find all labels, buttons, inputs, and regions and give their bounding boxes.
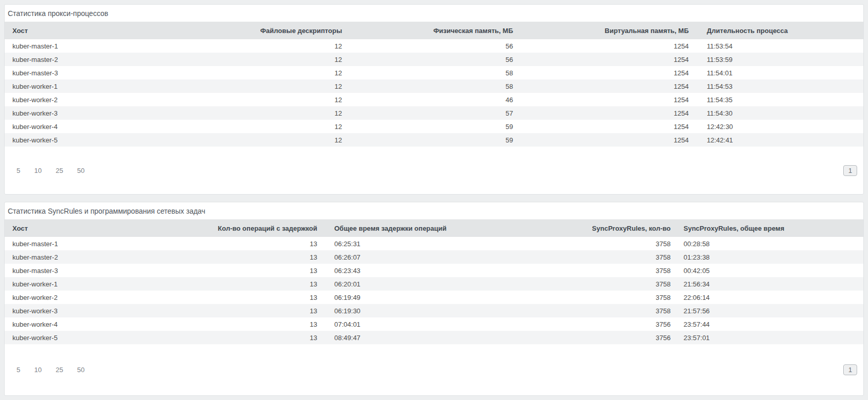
cell-value: 11:53:54: [693, 39, 863, 53]
panel-title: Статистика прокси-процессов: [5, 5, 863, 22]
cell-value: 11:54:35: [693, 93, 863, 106]
table-row: kuber-master-11306:25:31375800:28:58: [5, 237, 863, 250]
cell-value: 1254: [517, 120, 693, 133]
cell-value: 3758: [533, 277, 675, 291]
table-row: kuber-worker-41307:04:01375623:57:44: [5, 317, 863, 331]
cell-value: 12: [232, 120, 346, 133]
cell-value: 12: [232, 39, 346, 53]
page-size-option[interactable]: 10: [34, 167, 41, 174]
page-size-option[interactable]: 25: [56, 366, 63, 374]
cell-value: 1254: [517, 79, 693, 93]
cell-value: 46: [346, 93, 517, 106]
cell-host: kuber-worker-4: [5, 120, 232, 133]
column-header: Виртуальная память, МБ: [517, 22, 693, 39]
cell-value: 1254: [517, 66, 693, 79]
cell-value: 13: [211, 291, 321, 304]
cell-value: 57: [346, 106, 517, 120]
syncrules-table: ХостКол-во операций с задержкойОбщее вре…: [5, 219, 863, 344]
cell-host: kuber-master-3: [5, 66, 232, 79]
table-row: kuber-master-21256125411:53:59: [5, 53, 863, 66]
cell-value: 3756: [533, 317, 675, 331]
dashboard: Статистика прокси-процессов ХостФайловые…: [0, 0, 868, 400]
cell-host: kuber-worker-2: [5, 291, 211, 304]
proxy-process-table: ХостФайловые дескрипторыФизическая памят…: [5, 22, 863, 147]
page-size-option[interactable]: 10: [34, 366, 41, 374]
table-row: kuber-worker-41259125412:42:30: [5, 120, 863, 133]
column-header: Файловые дескрипторы: [232, 22, 346, 39]
table-row: kuber-worker-31257125411:54:30: [5, 106, 863, 120]
cell-value: 3758: [533, 237, 675, 250]
cell-value: 1254: [517, 106, 693, 120]
table-row: kuber-master-31306:23:43375800:42:05: [5, 264, 863, 277]
cell-value: 07:04:01: [321, 317, 533, 331]
column-header: Общее время задержки операций: [321, 219, 533, 237]
page-size-option[interactable]: 50: [77, 167, 84, 174]
panel-title: Статистика SyncRules и программирования …: [5, 202, 863, 219]
cell-value: 23:57:44: [675, 317, 863, 331]
cell-host: kuber-worker-5: [5, 133, 232, 147]
pagination: 5102550 1: [5, 147, 863, 194]
column-header: Кол-во операций с задержкой: [211, 219, 321, 237]
column-header: Хост: [5, 22, 232, 39]
cell-host: kuber-master-2: [5, 53, 232, 66]
table-row: kuber-worker-11306:20:01375821:56:34: [5, 277, 863, 291]
cell-value: 13: [211, 264, 321, 277]
cell-host: kuber-worker-5: [5, 331, 211, 344]
cell-value: 3758: [533, 291, 675, 304]
cell-value: 13: [211, 277, 321, 291]
cell-value: 13: [211, 237, 321, 250]
pagination: 5102550 1: [5, 344, 863, 395]
page-button[interactable]: 1: [843, 364, 857, 375]
cell-value: 12:42:41: [693, 133, 863, 147]
cell-value: 12: [232, 53, 346, 66]
table-row: kuber-worker-31306:19:30375821:57:56: [5, 304, 863, 317]
panel-syncrules-stats: Статистика SyncRules и программирования …: [4, 202, 864, 396]
cell-value: 1254: [517, 133, 693, 147]
cell-value: 08:49:47: [321, 331, 533, 344]
cell-host: kuber-master-1: [5, 39, 232, 53]
cell-value: 06:20:01: [321, 277, 533, 291]
cell-value: 12: [232, 133, 346, 147]
cell-value: 56: [346, 53, 517, 66]
cell-value: 00:28:58: [675, 237, 863, 250]
cell-value: 21:56:34: [675, 277, 863, 291]
cell-host: kuber-master-3: [5, 264, 211, 277]
cell-value: 12: [232, 93, 346, 106]
page-button[interactable]: 1: [843, 165, 857, 176]
cell-value: 13: [211, 250, 321, 264]
table-row: kuber-worker-21246125411:54:35: [5, 93, 863, 106]
cell-value: 06:19:30: [321, 304, 533, 317]
table-row: kuber-worker-51259125412:42:41: [5, 133, 863, 147]
page-size-list: 5102550: [17, 366, 85, 374]
page-size-option[interactable]: 25: [56, 167, 63, 174]
panel-proxy-process-stats: Статистика прокси-процессов ХостФайловые…: [4, 4, 864, 195]
cell-value: 13: [211, 317, 321, 331]
cell-host: kuber-worker-1: [5, 277, 211, 291]
cell-value: 59: [346, 133, 517, 147]
cell-host: kuber-master-1: [5, 237, 211, 250]
page-size-option[interactable]: 5: [17, 366, 20, 374]
cell-value: 59: [346, 120, 517, 133]
cell-host: kuber-master-2: [5, 250, 211, 264]
cell-host: kuber-worker-3: [5, 304, 211, 317]
column-header: Физическая память, МБ: [346, 22, 517, 39]
page-size-list: 5102550: [17, 167, 85, 174]
page-size-option[interactable]: 50: [77, 366, 84, 374]
cell-value: 12:42:30: [693, 120, 863, 133]
cell-value: 12: [232, 79, 346, 93]
cell-value: 3758: [533, 304, 675, 317]
cell-value: 11:54:01: [693, 66, 863, 79]
cell-value: 00:42:05: [675, 264, 863, 277]
cell-value: 58: [346, 66, 517, 79]
page-size-option[interactable]: 5: [17, 167, 20, 174]
cell-value: 21:57:56: [675, 304, 863, 317]
table-header-row: ХостФайловые дескрипторыФизическая памят…: [5, 22, 863, 39]
table-row: kuber-master-21306:26:07375801:23:38: [5, 250, 863, 264]
cell-value: 1254: [517, 39, 693, 53]
column-header: SyncProxyRules, общее время: [675, 219, 863, 237]
table-row: kuber-worker-51308:49:47375623:57:01: [5, 331, 863, 344]
cell-value: 13: [211, 304, 321, 317]
cell-value: 56: [346, 39, 517, 53]
cell-value: 12: [232, 106, 346, 120]
column-header: SyncProxyRules, кол-во: [533, 219, 675, 237]
